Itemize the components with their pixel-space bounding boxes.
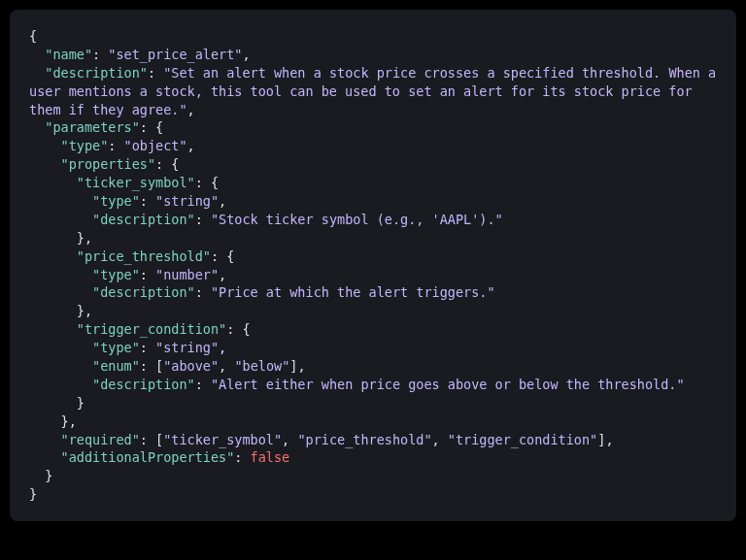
json-key: "description" <box>92 212 195 227</box>
json-string: "number" <box>155 267 219 282</box>
json-key: "trigger_condition" <box>77 321 226 337</box>
json-string: "Price at which the alert triggers." <box>211 284 495 300</box>
json-key: "parameters" <box>45 119 140 135</box>
json-key: "price_threshold" <box>77 248 211 264</box>
json-code-block: { "name": "set_price_alert", "descriptio… <box>10 10 736 521</box>
json-key: "type" <box>92 340 140 355</box>
json-key: "description" <box>92 284 195 300</box>
json-key: "required" <box>61 432 140 447</box>
json-string: "price_threshold" <box>297 432 431 447</box>
json-key: "description" <box>92 377 195 392</box>
brace-open: { <box>29 28 37 44</box>
json-key: "name" <box>45 47 92 62</box>
json-key: "additionalProperties" <box>61 449 235 465</box>
json-string: "below" <box>234 358 289 374</box>
json-key: "type" <box>92 193 140 209</box>
json-string: "Alert either when price goes above or b… <box>211 377 685 392</box>
json-key: "ticker_symbol" <box>77 175 195 190</box>
json-string: "trigger_condition" <box>448 432 597 447</box>
json-string: "set_price_alert" <box>108 47 242 62</box>
json-string: "string" <box>155 340 219 355</box>
json-key: "description" <box>45 65 148 81</box>
brace-close: } <box>29 486 37 502</box>
json-string: "string" <box>155 193 219 209</box>
json-key: "type" <box>61 138 109 153</box>
json-false: false <box>251 449 290 465</box>
json-string: "Stock ticker symbol (e.g., 'AAPL')." <box>211 212 503 227</box>
json-key: "type" <box>92 267 140 282</box>
json-string: "ticker_symbol" <box>163 432 282 447</box>
json-key: "enum" <box>92 358 140 374</box>
json-string: "object" <box>124 138 187 153</box>
json-key: "properties" <box>61 156 156 172</box>
json-string: "above" <box>163 358 219 374</box>
